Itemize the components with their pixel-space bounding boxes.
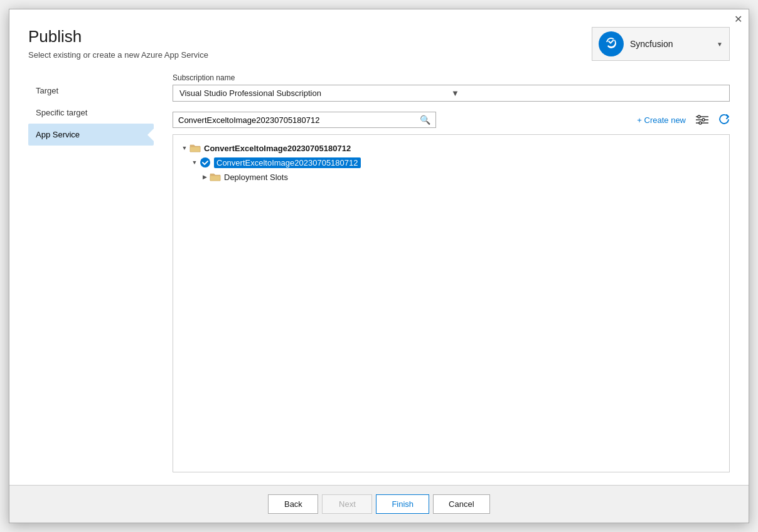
deployment-slots-label[interactable]: Deployment Slots <box>224 173 288 182</box>
subscription-label: Subscription name <box>173 73 730 82</box>
search-icon[interactable]: 🔍 <box>420 115 430 125</box>
subscription-dropdown[interactable]: Visual Studio Professional Subscription … <box>173 85 730 102</box>
back-button[interactable]: Back <box>268 494 318 514</box>
svg-point-4 <box>702 119 705 121</box>
next-button: Next <box>322 494 372 514</box>
header-section: Publish Select existing or create a new … <box>28 27 730 61</box>
dialog-subtitle: Select existing or create a new Azure Ap… <box>28 50 208 60</box>
footer: Back Next Finish Cancel <box>9 485 749 523</box>
subscription-dropdown-arrow: ▼ <box>451 88 723 98</box>
sidebar-item-app-service[interactable]: App Service <box>28 124 154 146</box>
main-panel: Subscription name Visual Studio Professi… <box>154 73 730 472</box>
filter-icon[interactable] <box>696 115 708 125</box>
tree-root-item: ConvertExceltoImage20230705180712 <box>179 141 723 155</box>
tree-deployment-slots-item: Deployment Slots <box>179 170 723 184</box>
syncfusion-dropdown-arrow: ▼ <box>717 41 723 48</box>
search-row: 🔍 + Create new <box>173 112 730 128</box>
syncfusion-name: Syncfusion <box>630 39 710 49</box>
titlebar: ✕ <box>9 9 749 27</box>
content-area: Publish Select existing or create a new … <box>9 27 749 472</box>
sidebar-item-target[interactable]: Target <box>28 80 154 102</box>
main-layout: Target Specific target App Service Subsc… <box>28 73 730 472</box>
slots-expand-icon[interactable] <box>200 172 210 182</box>
finish-button[interactable]: Finish <box>376 494 429 514</box>
root-expand-icon[interactable] <box>179 143 190 153</box>
slots-folder-icon <box>210 172 221 182</box>
cancel-button[interactable]: Cancel <box>433 494 489 514</box>
refresh-icon[interactable] <box>718 114 730 125</box>
svg-point-6 <box>200 157 210 168</box>
action-buttons: + Create new <box>637 114 730 125</box>
dialog-title: Publish <box>28 27 208 46</box>
svg-point-5 <box>699 122 702 124</box>
syncfusion-badge[interactable]: Syncfusion ▼ <box>592 27 730 61</box>
app-service-icon <box>200 157 211 168</box>
child-expand-icon[interactable] <box>190 157 200 168</box>
sidebar: Target Specific target App Service <box>28 73 154 472</box>
tree-panel: ConvertExceltoImage20230705180712 Conv <box>173 134 730 472</box>
root-folder-icon <box>190 143 201 153</box>
search-input[interactable] <box>178 115 420 125</box>
root-folder-label[interactable]: ConvertExceltoImage20230705180712 <box>204 144 351 153</box>
svg-point-3 <box>698 115 700 118</box>
subscription-section: Subscription name Visual Studio Professi… <box>173 73 730 102</box>
sidebar-item-specific-target[interactable]: Specific target <box>28 102 154 124</box>
tree-child-item: ConvertExceltoImage20230705180712 <box>179 155 723 170</box>
header-left: Publish Select existing or create a new … <box>28 27 208 60</box>
publish-dialog: ✕ Publish Select existing or create a ne… <box>9 9 749 523</box>
search-box: 🔍 <box>173 112 436 128</box>
syncfusion-icon <box>599 31 624 56</box>
close-button[interactable]: ✕ <box>732 13 744 24</box>
subscription-value: Visual Studio Professional Subscription <box>179 88 451 98</box>
child-app-service-label[interactable]: ConvertExceltoImage20230705180712 <box>214 157 361 168</box>
create-new-button[interactable]: + Create new <box>637 115 686 125</box>
